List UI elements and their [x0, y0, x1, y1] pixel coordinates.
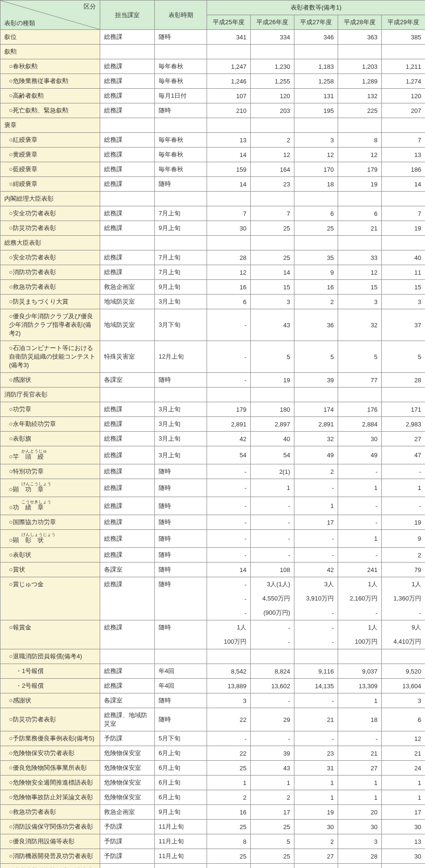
table-row: ○黄綬褒章総務課毎年春秋1412121213 [0, 148, 425, 162]
empty-cell [294, 192, 338, 206]
table-row: ○消防設備保守関係功労者表彰予防課11月上旬2525303030 [0, 820, 425, 834]
dept-cell: 総務課 [100, 148, 155, 162]
time-cell: 11月上旬 [155, 820, 207, 834]
value-cell: 12 [251, 148, 294, 162]
value-cell: 108 [251, 563, 294, 577]
value-cell: 12 [338, 148, 382, 162]
table-row: ○紅綬褒章総務課毎年春秋132387 [0, 133, 425, 148]
value-cell: - [294, 606, 338, 620]
table-row: ○危険物事故防止対策論文表彰危険物保安室6月上旬22111 [0, 790, 425, 805]
value-cell: 28 [207, 250, 251, 265]
value-cell: 31 [294, 761, 338, 776]
value-cell: 14 [207, 177, 251, 192]
row-label: ○表彰旗 [0, 432, 100, 446]
value-cell: 19 [338, 177, 382, 192]
empty-cell [338, 388, 382, 402]
value-cell: 25 [251, 849, 294, 864]
dept-cell: 総務課 [100, 515, 155, 530]
table-row: ○退職消防団員報償(備考4) [0, 649, 425, 664]
value-cell: 24 [294, 864, 338, 868]
value-cell: 30 [382, 849, 425, 864]
table-row: 消防庁長官表彰 [0, 388, 425, 402]
value-cell: 77 [338, 373, 382, 388]
value-cell: 25 [207, 761, 251, 776]
value-cell: 7 [251, 206, 294, 221]
value-cell: 30 [338, 432, 382, 446]
value-cell: - [207, 530, 251, 548]
dept-cell: 地域防災室 [100, 309, 155, 341]
dept-cell: 総務課 [100, 446, 155, 464]
value-cell: 24 [382, 761, 425, 776]
row-label: ○消防機器開発普及功労者表彰 [0, 849, 100, 864]
value-cell: - [207, 606, 251, 620]
row-label: ・1号報償 [0, 664, 100, 679]
value-cell: 179 [207, 402, 251, 417]
table-row: ○救急功労者表彰救急企画室9月上旬1617192017 [0, 805, 425, 820]
value-cell: 1 [338, 790, 382, 805]
time-cell: 6月上旬 [155, 776, 207, 790]
row-label: ○永年勤続功労章 [0, 417, 100, 432]
value-cell: 1 [382, 479, 425, 497]
cont-time [155, 591, 207, 606]
dept-cell: 救急企画室 [100, 280, 155, 295]
value-cell: - [251, 530, 294, 548]
header-type: 表彰の種類 [4, 19, 35, 28]
dept-cell: 地域防災室 [100, 295, 155, 309]
value-cell: - [338, 464, 382, 479]
value-cell: 225 [338, 103, 382, 118]
value-cell: 21 [294, 708, 338, 731]
empty-cell [294, 45, 338, 59]
value-cell: 15 [338, 280, 382, 295]
value-cell: 1 [338, 530, 382, 548]
empty-cell [207, 388, 251, 402]
table-row: ○安全功労者表彰総務課7月上旬2825353340 [0, 250, 425, 265]
value-cell: 16 [207, 805, 251, 820]
empty-cell [251, 45, 294, 59]
row-label: かんとうじゅ○竿 頭 綬 [0, 446, 100, 464]
empty-cell [338, 118, 382, 133]
value-cell: 100万円 [338, 635, 382, 649]
value-cell: 40 [251, 432, 294, 446]
value-cell: - [251, 548, 294, 563]
value-cell: 9人 [382, 620, 425, 635]
value-cell: 1 [251, 479, 294, 497]
value-cell: - [338, 497, 382, 515]
dept-cell: 予防課 [100, 834, 155, 849]
value-cell: 13 [207, 133, 251, 148]
time-cell: 3月上旬 [155, 417, 207, 432]
value-cell: 36 [294, 309, 338, 341]
value-cell [207, 649, 251, 664]
table-row: ・1号報償総務課年4回8,5428,8249,1169,0379,520 [0, 664, 425, 679]
value-cell: 131 [294, 89, 338, 103]
dept-cell: 総務課 [100, 548, 155, 563]
row-label: けんこうしょう○顕 功 章 [0, 479, 100, 497]
row-label: ○国際協力功労章 [0, 515, 100, 530]
value-cell: 8,824 [251, 664, 294, 679]
dept-cell: 総務課 [100, 530, 155, 548]
time-cell: 随時 [155, 373, 207, 388]
value-cell: 3 [338, 834, 382, 849]
value-cell: 3人(1人) [251, 577, 294, 592]
value-cell: 241 [338, 563, 382, 577]
value-cell: 132 [338, 89, 382, 103]
dept-cell: 総務課 [100, 664, 155, 679]
empty-cell [251, 388, 294, 402]
empty-cell [207, 45, 251, 59]
value-cell [338, 649, 382, 664]
time-cell: 6月上旬 [155, 746, 207, 761]
value-cell: 9,037 [338, 664, 382, 679]
value-cell: - [251, 515, 294, 530]
empty-cell [338, 45, 382, 59]
value-cell: - [294, 620, 338, 635]
value-cell [382, 649, 425, 664]
value-cell: 2 [294, 834, 338, 849]
ruby-base: ○竿 頭 綬 [9, 452, 96, 461]
dept-cell: 各課室 [100, 693, 155, 708]
value-cell: 107 [207, 89, 251, 103]
empty-cell [294, 236, 338, 250]
value-cell: 3 [207, 693, 251, 708]
table-row: ○救急功労者表彰救急企画室9月上旬1615161515 [0, 280, 425, 295]
value-cell: 25 [207, 849, 251, 864]
value-cell: 334 [251, 30, 294, 45]
value-cell: 4,410万円 [382, 635, 425, 649]
